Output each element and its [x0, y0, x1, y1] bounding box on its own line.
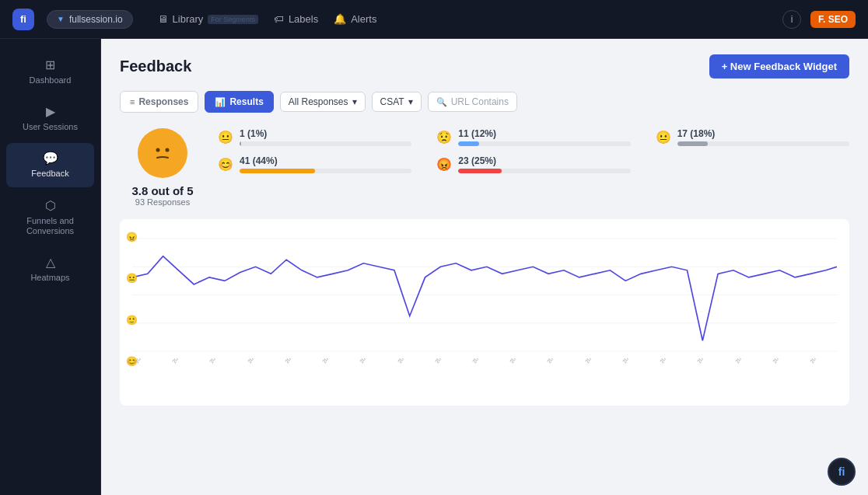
- url-search-box[interactable]: 🔍 URL Contains: [428, 92, 517, 112]
- sidebar-item-funnels[interactable]: ⬡ Funnels and Conversions: [6, 190, 94, 244]
- rating-label-44: 41 (44%): [240, 155, 411, 166]
- top-bar: fi ▼ fullsession.io 🖥 Library For Segmen…: [0, 0, 868, 39]
- svg-point-2: [166, 148, 170, 152]
- rating-bar-fill-17: [677, 141, 709, 146]
- workspace-badge[interactable]: ▼ fullsession.io: [47, 10, 133, 29]
- chart-svg: [132, 232, 837, 358]
- rating-label-11: 11 (12%): [458, 128, 630, 139]
- nav-alerts[interactable]: 🔔 Alerts: [334, 13, 376, 25]
- x-labels: 2021-12-05 2022-01-07 2022-01-24 2022-02…: [132, 358, 837, 367]
- top-right: i F. SEO: [782, 10, 856, 29]
- sidebar-item-user-sessions[interactable]: ▶ User Sessions: [6, 96, 94, 140]
- sidebar-item-feedback[interactable]: 💬 Feedback: [6, 143, 94, 186]
- page-header: Feedback + New Feedback Widget: [120, 54, 849, 78]
- y-icon-happy: 🙂: [126, 315, 138, 326]
- rating-bar-bg-11: [458, 141, 630, 146]
- chart-line: [132, 256, 837, 341]
- rating-row-44pct: 😊 41 (44%): [218, 155, 411, 173]
- rating-emoji-25: 😡: [436, 157, 452, 172]
- chart-container: 😠 😐 🙂 😊: [120, 219, 849, 406]
- app-root: fi ▼ fullsession.io 🖥 Library For Segmen…: [0, 0, 868, 495]
- svg-point-1: [156, 148, 160, 152]
- rating-label-1: 1 (1%): [240, 128, 411, 139]
- chevron-down-icon: ▾: [408, 96, 413, 107]
- info-button[interactable]: i: [782, 10, 801, 29]
- responses-tab[interactable]: ≡ Responses: [120, 91, 198, 113]
- rating-label-25: 23 (25%): [458, 155, 630, 166]
- rating-bar-bg-25: [458, 169, 630, 173]
- svg-point-0: [145, 136, 180, 170]
- sidebar: ⊞ Dashboard ▶ User Sessions 💬 Feedback ⬡…: [0, 39, 101, 495]
- filter-bar: ≡ Responses 📊 Results All Responses ▾ CS…: [120, 91, 849, 113]
- nav-library[interactable]: 🖥 Library For Segments: [158, 13, 258, 25]
- rating-emoji-17: 😐: [656, 130, 671, 145]
- heatmaps-icon: △: [46, 255, 55, 270]
- feedback-icon: 💬: [43, 151, 58, 166]
- rating-row-11pct: 😟 11 (12%): [436, 128, 630, 146]
- all-responses-select[interactable]: All Responses ▾: [280, 92, 366, 112]
- main-content: Feedback + New Feedback Widget ≡ Respons…: [101, 39, 868, 495]
- logo[interactable]: fi: [12, 9, 34, 30]
- ratings-grid: 😐 1 (1%) 😟 11 (12%): [218, 128, 849, 173]
- chevron-down-icon: ▾: [352, 96, 357, 107]
- rating-bar-bg-1: [240, 141, 411, 146]
- overall-emoji: [138, 128, 187, 178]
- nav-labels[interactable]: 🏷 Labels: [274, 13, 318, 25]
- score-responses: 93 Responses: [135, 197, 190, 207]
- rating-row-25pct: 😡 23 (25%): [436, 155, 630, 173]
- bottom-logo: fi: [828, 458, 856, 486]
- rating-emoji-11: 😟: [436, 130, 452, 145]
- sidebar-item-dashboard[interactable]: ⊞ Dashboard: [6, 50, 94, 93]
- x-axis: 2021-12-05 2022-01-07 2022-01-24 2022-02…: [132, 358, 837, 393]
- chart-icon: 📊: [215, 97, 226, 107]
- new-widget-button[interactable]: + New Feedback Widget: [709, 54, 849, 78]
- rating-label-17: 17 (18%): [677, 128, 849, 139]
- content-row: ⊞ Dashboard ▶ User Sessions 💬 Feedback ⬡…: [0, 39, 868, 495]
- alerts-icon: 🔔: [334, 13, 346, 25]
- library-icon: 🖥: [158, 13, 168, 25]
- top-nav: 🖥 Library For Segments 🏷 Labels 🔔 Alerts: [158, 13, 377, 25]
- sidebar-item-heatmaps[interactable]: △ Heatmaps: [6, 247, 94, 291]
- rating-bar-bg-44: [240, 169, 411, 173]
- rating-bar-fill-25: [458, 169, 501, 173]
- score-card: 3.8 out of 5 93 Responses: [120, 128, 205, 207]
- chart-y-axis: 😠 😐 🙂 😊: [126, 232, 138, 367]
- rating-bar-fill-44: [240, 169, 315, 173]
- rating-emoji-1: 😐: [218, 130, 233, 145]
- score-value: 3.8 out of 5: [131, 184, 193, 197]
- y-icon-neutral: 😐: [126, 273, 138, 284]
- rating-bar-fill-11: [458, 141, 479, 146]
- rating-emoji-44: 😊: [218, 157, 233, 172]
- labels-icon: 🏷: [274, 13, 284, 25]
- chart-plot-area: 2021-12-05 2022-01-07 2022-01-24 2022-02…: [132, 232, 837, 393]
- rating-row-1pct: 😐 1 (1%): [218, 128, 411, 146]
- chart-inner: 😠 😐 🙂 😊: [132, 232, 837, 393]
- results-tab[interactable]: 📊 Results: [205, 91, 273, 113]
- search-icon: 🔍: [436, 97, 447, 107]
- rating-row-17pct: 😐 17 (18%): [656, 128, 849, 146]
- sessions-icon: ▶: [46, 104, 55, 119]
- rating-bar-fill-1: [240, 141, 241, 146]
- y-icon-angry: 😠: [126, 232, 138, 242]
- rating-bar-bg-17: [677, 141, 849, 146]
- filter-icon: ≡: [130, 97, 135, 106]
- user-button[interactable]: F. SEO: [810, 11, 856, 28]
- metrics-row: 3.8 out of 5 93 Responses 😐 1 (1%): [120, 128, 849, 207]
- funnels-icon: ⬡: [45, 198, 56, 213]
- page-title: Feedback: [120, 58, 191, 75]
- csat-select[interactable]: CSAT ▾: [372, 92, 422, 112]
- dashboard-icon: ⊞: [45, 58, 55, 72]
